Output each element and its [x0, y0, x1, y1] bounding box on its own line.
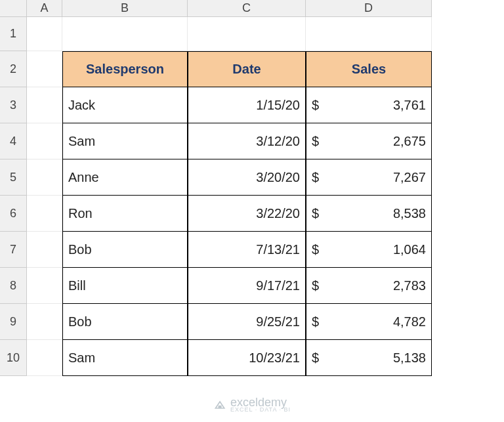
column-header-c[interactable]: C [188, 0, 306, 17]
sales-value: 3,761 [393, 98, 426, 113]
cell-d1[interactable] [306, 17, 432, 51]
cell-a4[interactable] [27, 123, 62, 159]
sales-value: 2,783 [393, 278, 426, 293]
cell-sales[interactable]: $7,267 [306, 159, 432, 196]
currency-symbol: $ [312, 278, 319, 293]
row-header-4[interactable]: 4 [0, 123, 27, 159]
cell-a6[interactable] [27, 196, 62, 232]
cell-sales[interactable]: $3,761 [306, 87, 432, 123]
row-header-10[interactable]: 10 [0, 340, 27, 376]
cell-a10[interactable] [27, 340, 62, 376]
sales-value: 8,538 [393, 206, 426, 221]
cell-a3[interactable] [27, 87, 62, 123]
select-all-corner[interactable] [0, 0, 27, 17]
exceldemy-logo-icon [213, 398, 226, 411]
currency-symbol: $ [312, 314, 319, 329]
row-header-8[interactable]: 8 [0, 268, 27, 304]
row-header-2[interactable]: 2 [0, 51, 27, 87]
currency-symbol: $ [312, 98, 319, 113]
cell-sales[interactable]: $2,675 [306, 123, 432, 159]
column-header-b[interactable]: B [62, 0, 188, 17]
cell-salesperson[interactable]: Bob [62, 304, 188, 340]
cell-a9[interactable] [27, 304, 62, 340]
cell-sales[interactable]: $1,064 [306, 232, 432, 268]
row-header-1[interactable]: 1 [0, 17, 27, 51]
sales-value: 5,138 [393, 350, 426, 366]
cell-a1[interactable] [27, 17, 62, 51]
cell-date[interactable]: 10/23/21 [188, 340, 306, 376]
column-header-d[interactable]: D [306, 0, 432, 17]
row-header-7[interactable]: 7 [0, 232, 27, 268]
sales-value: 7,267 [393, 170, 426, 185]
cell-date[interactable]: 3/22/20 [188, 196, 306, 232]
cell-date[interactable]: 9/17/21 [188, 268, 306, 304]
watermark: exceldemy EXCEL · DATA · BI [213, 396, 291, 413]
cell-c1[interactable] [188, 17, 306, 51]
cell-b1[interactable] [62, 17, 188, 51]
cell-salesperson[interactable]: Ron [62, 196, 188, 232]
currency-symbol: $ [312, 242, 319, 257]
row-header-6[interactable]: 6 [0, 196, 27, 232]
cell-sales[interactable]: $8,538 [306, 196, 432, 232]
header-date[interactable]: Date [188, 51, 306, 87]
spreadsheet-grid: A B C D 1 2 Salesperson Date Sales 3 Jac… [0, 0, 504, 376]
currency-symbol: $ [312, 134, 319, 149]
cell-salesperson[interactable]: Sam [62, 340, 188, 376]
cell-salesperson[interactable]: Anne [62, 159, 188, 196]
cell-a5[interactable] [27, 159, 62, 196]
header-salesperson[interactable]: Salesperson [62, 51, 188, 87]
sales-value: 2,675 [393, 134, 426, 149]
cell-date[interactable]: 7/13/21 [188, 232, 306, 268]
svg-rect-0 [219, 405, 222, 408]
cell-date[interactable]: 9/25/21 [188, 304, 306, 340]
currency-symbol: $ [312, 206, 319, 221]
cell-a8[interactable] [27, 268, 62, 304]
cell-date[interactable]: 3/12/20 [188, 123, 306, 159]
cell-salesperson[interactable]: Sam [62, 123, 188, 159]
watermark-tagline: EXCEL · DATA · BI [230, 407, 291, 413]
sales-value: 1,064 [393, 242, 426, 257]
column-header-a[interactable]: A [27, 0, 62, 17]
currency-symbol: $ [312, 350, 319, 366]
cell-sales[interactable]: $5,138 [306, 340, 432, 376]
row-header-3[interactable]: 3 [0, 87, 27, 123]
header-sales[interactable]: Sales [306, 51, 432, 87]
cell-salesperson[interactable]: Bob [62, 232, 188, 268]
cell-sales[interactable]: $4,782 [306, 304, 432, 340]
cell-a7[interactable] [27, 232, 62, 268]
cell-sales[interactable]: $2,783 [306, 268, 432, 304]
row-header-5[interactable]: 5 [0, 159, 27, 196]
cell-salesperson[interactable]: Bill [62, 268, 188, 304]
row-header-9[interactable]: 9 [0, 304, 27, 340]
cell-a2[interactable] [27, 51, 62, 87]
sales-value: 4,782 [393, 314, 426, 329]
cell-date[interactable]: 3/20/20 [188, 159, 306, 196]
currency-symbol: $ [312, 170, 319, 185]
cell-date[interactable]: 1/15/20 [188, 87, 306, 123]
cell-salesperson[interactable]: Jack [62, 87, 188, 123]
